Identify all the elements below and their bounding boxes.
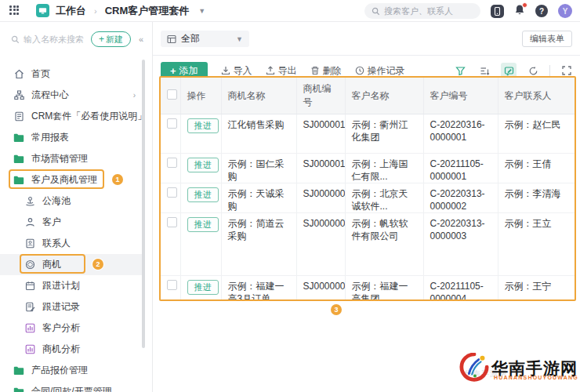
help-icon[interactable]: ? [535,5,548,17]
advance-button[interactable]: 推进 [187,158,219,172]
edit-form-button[interactable]: 编辑表单 [522,31,572,47]
sidebar-scrollbar[interactable] [142,60,145,348]
watermark: 华南手游网 华南手游网 HUANANSHOUYOUWANG [459,350,577,389]
sidebar-item-2[interactable]: CRM套件「必看使用说明」 [0,106,153,127]
col-header-action[interactable]: 操作 [180,78,221,114]
sidebar-item-8[interactable]: 联系人 [0,233,153,254]
chart-icon [24,344,35,355]
plus-icon: + [170,65,176,77]
sidebar-item-label: 商机分析 [42,343,80,356]
sidebar-item-12[interactable]: 客户分析 [0,318,153,339]
row-checkbox[interactable] [167,280,177,290]
table-row[interactable]: 推进示例：福建一高3月订单SJ0000006示例：福建一高集团C-2021110… [161,276,575,302]
sidebar-item-6[interactable]: 公海池 [0,191,153,212]
row-select-cell [161,213,180,276]
advance-button[interactable]: 推进 [187,187,219,202]
export-button[interactable]: 导出 [266,64,297,78]
opportunity-code-cell: SJ0000011 [296,154,345,183]
record-icon [24,302,35,313]
table-row[interactable]: 推进示例：国仁采购SJ0000011示例：上海国仁有限...C-20211105… [161,154,575,183]
opportunity-table: 操作 商机名称 商机编号 客户名称 客户编号 客户联系人 推进江化销售采购SJ0… [159,76,576,301]
search-icon [11,35,20,44]
sidebar-item-10[interactable]: 跟进计划 [0,275,153,296]
sidebar-item-9[interactable]: 商机2 [0,254,142,275]
customer-contact-cell: 示例：王倩 [498,154,575,183]
trash-icon [310,66,320,75]
row-action-cell: 推进 [180,276,221,302]
folder-icon [13,387,24,392]
sidebar-item-1[interactable]: 流程中心› [0,85,153,106]
opportunity-code-cell: SJ0000012 [296,114,345,154]
row-select-cell [161,276,180,302]
notification-dot [522,2,527,8]
app-launcher-icon[interactable] [9,5,20,16]
export-icon [266,66,275,75]
table-row[interactable]: 推进江化销售采购SJ0000012示例：衢州江化集团C-20220316-000… [161,114,575,154]
sidebar-item-14[interactable]: 产品报价管理 [0,360,153,381]
col-header-customer-contact[interactable]: 客户联系人 [498,78,575,114]
sidebar-item-13[interactable]: 商机分析 [0,339,153,360]
breadcrumb-app-title[interactable]: CRM客户管理套件 [105,4,190,18]
col-header-customer-name[interactable]: 客户名称 [345,78,423,114]
sidebar-item-label: 跟进计划 [42,279,80,292]
sidebar-item-3[interactable]: 常用报表 [0,127,153,148]
sidebar-item-label: 客户分析 [42,321,80,335]
col-header-opportunity-name[interactable]: 商机名称 [221,78,296,114]
chevron-right-icon: › [133,91,136,100]
sidebar-item-7[interactable]: 客户 [0,212,153,233]
col-header-opportunity-code[interactable]: 商机编号 [296,78,345,114]
sidebar-item-label: 客户 [42,216,61,229]
row-checkbox[interactable] [167,158,177,168]
sidebar-item-label: 商机 [42,258,61,271]
view-filter-dropdown[interactable]: 全部 ▼ [161,31,249,47]
app-switch-caret-icon[interactable]: ▼ [198,7,205,15]
annotation-badge-2: 2 [92,259,103,270]
delete-button[interactable]: 删除 [310,64,342,78]
customer-contact-cell: 示例：李清海 [498,183,575,213]
row-checkbox[interactable] [167,187,177,198]
divider [153,55,580,56]
customer-name-cell: 示例：上海国仁有限... [345,154,423,183]
opportunity-code-cell: SJ0000009 [296,183,345,213]
row-checkbox[interactable] [167,118,177,129]
view-grid-icon [167,34,176,44]
advance-button[interactable]: 推进 [187,217,219,232]
row-select-cell [161,154,180,183]
sidebar-item-0[interactable]: 首页 [0,64,153,85]
sidebar-item-label: 产品报价管理 [31,364,88,377]
advance-button[interactable]: 推进 [187,118,219,133]
customer-code-cell: C-20220313-0000002 [423,183,498,213]
operation-log-button[interactable]: 操作记录 [355,64,405,78]
import-button[interactable]: 导入 [221,64,252,78]
folder-icon [13,365,24,376]
watermark-subtitle: HUANANSHOUYOUWANG [494,375,578,380]
sidebar-item-15[interactable]: 合同/回款/开票管理 [0,381,153,392]
sidebar-item-11[interactable]: 跟进记录 [0,296,153,318]
workbench-app-icon[interactable] [36,4,49,17]
sidebar-item-4[interactable]: 市场营销管理 [0,148,153,169]
folder-icon [13,175,24,186]
advance-button[interactable]: 推进 [187,280,219,295]
breadcrumb-workbench[interactable]: 工作台 [56,4,86,18]
view-filter-label: 全部 [181,32,200,45]
sidebar-search-input[interactable]: 输入名称来搜索 [11,34,86,45]
sidebar-search-placeholder: 输入名称来搜索 [24,34,84,45]
sidebar-item-5[interactable]: 客户及商机管理1 [0,169,153,191]
notifications-bell-icon[interactable] [514,4,525,18]
customer-name-cell: 示例：帆软软件有限公司 [345,213,423,276]
customer-code-cell: C-20220316-0000001 [423,114,498,154]
global-search-input[interactable]: 搜索客户、联系人 [364,3,480,19]
table-row[interactable]: 推进示例：简道云采购SJ0000008示例：帆软软件有限公司C-20220313… [161,213,575,276]
user-avatar[interactable]: Y [558,4,572,18]
select-all-checkbox[interactable] [167,89,177,100]
search-icon [372,7,380,16]
table-row[interactable]: 推进示例：天诚采购SJ0000009示例：北京天诚软件...C-20220313… [161,183,575,213]
opportunity-name-cell: 示例：福建一高3月订单 [221,276,296,302]
col-header-customer-code[interactable]: 客户编号 [423,78,498,114]
mobile-app-icon[interactable] [491,5,504,18]
new-button[interactable]: +新建 [91,31,131,47]
opportunity-code-cell: SJ0000008 [296,213,345,276]
row-checkbox[interactable] [167,217,177,227]
row-select-cell [161,183,180,213]
sidebar-collapse-icon[interactable]: « [139,34,142,44]
